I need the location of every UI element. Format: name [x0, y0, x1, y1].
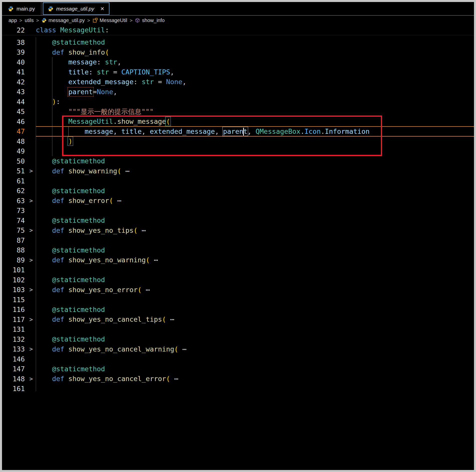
code-line-45[interactable]: 45 """显示一般的提示信息""": [2, 107, 474, 117]
code-line-148[interactable]: 148> def show_yes_no_cancel_error( ⋯: [2, 374, 474, 384]
code-line-103[interactable]: 103> def show_yes_no_error( ⋯: [2, 285, 474, 295]
gutter: 146: [2, 354, 36, 364]
fold-chevron-icon[interactable]: >: [29, 376, 33, 382]
code-line-42[interactable]: 42 extended_message: str = None,: [2, 77, 474, 87]
line-number[interactable]: 89: [17, 256, 25, 264]
code-line-102[interactable]: 102 @staticmethod: [2, 275, 474, 285]
code-line-131[interactable]: 131: [2, 324, 474, 334]
fold-chevron-icon[interactable]: >: [29, 227, 33, 233]
line-number[interactable]: 43: [17, 88, 25, 96]
line-number[interactable]: 49: [17, 147, 25, 155]
line-number[interactable]: 39: [17, 48, 25, 56]
code-text: message: str,: [36, 57, 121, 67]
code-line-62[interactable]: 62 @staticmethod: [2, 186, 474, 196]
line-number[interactable]: 45: [17, 108, 25, 115]
code-editor[interactable]: 38 @staticmethod39 def show_info(40 mess…: [2, 35, 474, 391]
line-number[interactable]: 51: [17, 167, 25, 175]
line-number[interactable]: 62: [17, 187, 25, 195]
breadcrumb-item-class[interactable]: MessageUtil: [93, 18, 127, 23]
tab-main-py[interactable]: main.py: [2, 2, 41, 15]
line-number[interactable]: 103: [13, 286, 25, 294]
code-line-43[interactable]: 43 parent=None,: [2, 87, 474, 97]
code-line-38[interactable]: 38 @staticmethod: [2, 37, 474, 47]
line-number[interactable]: 116: [13, 306, 25, 313]
code-line-40[interactable]: 40 message: str,: [2, 57, 474, 67]
gutter: 132: [2, 334, 36, 344]
line-number[interactable]: 50: [17, 157, 25, 165]
gutter: 102: [2, 275, 36, 285]
code-line-75[interactable]: 75> def show_yes_no_tips( ⋯: [2, 225, 474, 235]
breadcrumb-item-utils[interactable]: utils: [25, 18, 34, 23]
fold-chevron-icon[interactable]: >: [29, 168, 33, 174]
code-line-117[interactable]: 117> def show_yes_no_cancel_tips( ⋯: [2, 314, 474, 324]
line-number[interactable]: 102: [13, 276, 25, 284]
line-number[interactable]: 115: [13, 296, 25, 303]
line-number[interactable]: 42: [17, 78, 25, 86]
line-number[interactable]: 73: [17, 207, 25, 214]
gutter: 48: [2, 136, 36, 146]
breadcrumb-item-symbol[interactable]: show_info: [135, 18, 165, 23]
line-number[interactable]: 75: [17, 226, 25, 234]
line-number[interactable]: 61: [17, 177, 25, 185]
code-line-74[interactable]: 74 @staticmethod: [2, 215, 474, 225]
line-number[interactable]: 40: [17, 58, 25, 66]
close-icon[interactable]: ✕: [100, 6, 104, 11]
code-line-63[interactable]: 63> def show_error( ⋯: [2, 196, 474, 206]
code-line-47[interactable]: 47 message, title, extended_message, par…: [2, 127, 474, 137]
code-line-39[interactable]: 39 def show_info(: [2, 47, 474, 57]
code-line-48[interactable]: 48 ): [2, 136, 474, 146]
line-number[interactable]: 146: [13, 355, 25, 363]
line-number[interactable]: 101: [13, 266, 25, 274]
line-number[interactable]: 48: [17, 137, 25, 145]
fold-chevron-icon[interactable]: >: [29, 346, 33, 352]
code-line-44[interactable]: 44 ):: [2, 97, 474, 107]
code-text: def show_yes_no_warning( ⋯: [36, 255, 158, 265]
line-number[interactable]: 88: [17, 246, 25, 254]
line-number[interactable]: 148: [13, 375, 25, 383]
breadcrumb-label: app: [9, 18, 17, 23]
line-number[interactable]: 87: [17, 236, 25, 244]
gutter: 147: [2, 364, 36, 374]
gutter: 131: [2, 324, 36, 334]
code-line-133[interactable]: 133> def show_yes_no_cancel_warning( ⋯: [2, 344, 474, 354]
breadcrumb-item-app[interactable]: app: [9, 18, 17, 23]
code-line-46[interactable]: 46 MessageUtil.show_message(: [2, 116, 474, 127]
code-line-49[interactable]: 49: [2, 146, 474, 156]
fold-chevron-icon[interactable]: >: [29, 286, 33, 293]
code-line-61[interactable]: 61: [2, 176, 474, 186]
code-line-116[interactable]: 116 @staticmethod: [2, 305, 474, 315]
code-line-41[interactable]: 41 title: str = CAPTION_TIPS,: [2, 67, 474, 77]
sticky-scroll-line[interactable]: 22 class MessageUtil:: [2, 25, 474, 35]
fold-chevron-icon[interactable]: >: [29, 197, 33, 204]
line-number[interactable]: 131: [13, 325, 25, 333]
code-line-73[interactable]: 73: [2, 206, 474, 216]
code-line-132[interactable]: 132 @staticmethod: [2, 334, 474, 344]
code-line-146[interactable]: 146: [2, 354, 474, 364]
breadcrumb-item-file[interactable]: message_util.py: [42, 18, 85, 23]
line-number[interactable]: 44: [17, 98, 25, 105]
line-number[interactable]: 74: [17, 216, 25, 224]
tab-message-util-py[interactable]: message_util.py ✕: [43, 3, 110, 15]
line-number[interactable]: 133: [13, 345, 25, 353]
code-line-87[interactable]: 87: [2, 235, 474, 245]
gutter: 161: [2, 384, 36, 392]
code-line-101[interactable]: 101: [2, 265, 474, 275]
line-number[interactable]: 132: [13, 335, 25, 343]
fold-chevron-icon[interactable]: >: [29, 257, 33, 263]
line-number[interactable]: 161: [13, 385, 25, 391]
code-line-88[interactable]: 88 @staticmethod: [2, 245, 474, 255]
line-number[interactable]: 41: [17, 68, 25, 76]
line-number[interactable]: 147: [13, 365, 25, 373]
line-number[interactable]: 46: [17, 117, 25, 125]
code-line-115[interactable]: 115: [2, 295, 474, 305]
line-number[interactable]: 63: [17, 197, 25, 204]
line-number[interactable]: 38: [17, 38, 25, 46]
fold-chevron-icon[interactable]: >: [29, 316, 33, 323]
code-line-161[interactable]: 161: [2, 384, 474, 392]
line-number[interactable]: 47: [17, 128, 25, 135]
code-line-50[interactable]: 50 @staticmethod: [2, 156, 474, 166]
code-line-51[interactable]: 51> def show_warning( ⋯: [2, 166, 474, 176]
code-line-147[interactable]: 147 @staticmethod: [2, 364, 474, 374]
line-number[interactable]: 117: [13, 315, 25, 323]
code-line-89[interactable]: 89> def show_yes_no_warning( ⋯: [2, 255, 474, 265]
